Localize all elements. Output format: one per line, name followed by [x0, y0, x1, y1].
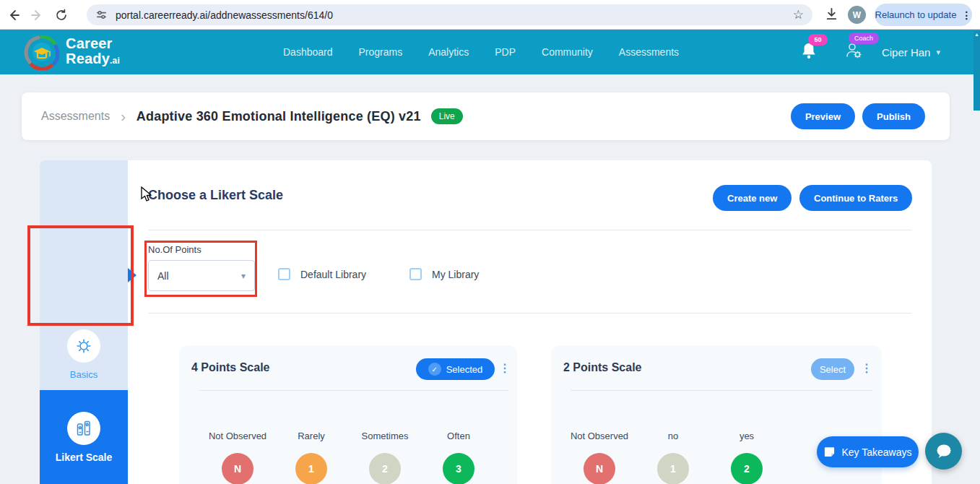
option-dot: N [222, 453, 253, 484]
notifications-button[interactable]: 50 [801, 42, 817, 62]
browser-menu-icon[interactable]: ⋮ [961, 9, 971, 21]
chat-button[interactable] [925, 433, 962, 470]
likert-scale-icon [67, 412, 100, 445]
my-library-checkbox[interactable]: My Library [409, 268, 479, 280]
notification-count-badge: 50 [808, 34, 828, 46]
scale-options: Not Observed N no 1 yes 2 [563, 431, 784, 484]
divider [571, 390, 873, 391]
scale-option: Not Observed N [201, 431, 274, 484]
breadcrumb-chevron-icon: › [121, 108, 126, 125]
assessment-steps-sidebar: Basics Likert Scale Raters [40, 160, 128, 484]
note-icon [823, 446, 836, 458]
select-button[interactable]: Select [811, 358, 854, 380]
create-new-button[interactable]: Create new [713, 185, 792, 211]
option-dot: 2 [369, 453, 401, 484]
careerready-logo[interactable]: Career Ready.ai [24, 34, 120, 70]
user-name: Ciper Han [882, 46, 931, 59]
breadcrumb-assessments[interactable]: Assessments [41, 110, 110, 123]
chat-bubble-icon [934, 441, 954, 462]
checkbox-box[interactable] [409, 268, 422, 280]
preview-button[interactable]: Preview [791, 103, 855, 129]
sidebar-label-likert-scale: Likert Scale [56, 451, 113, 463]
publish-button[interactable]: Publish [862, 103, 925, 129]
scale-option: yes 2 [710, 431, 784, 484]
divider [199, 390, 508, 391]
scale-option: no 1 [636, 431, 710, 484]
my-library-label: My Library [432, 269, 479, 280]
selected-item-arrow [128, 268, 136, 282]
key-takeaways-label: Key Takeaways [841, 446, 911, 458]
chevron-down-icon: ▾ [936, 48, 940, 57]
url-bar[interactable]: portal.careerready.ai/addnewassessments/… [87, 4, 812, 25]
assessment-header-bar: Assessments › Adaptive 360 Emotional Int… [22, 92, 950, 140]
brand-text: Career Ready.ai [66, 36, 120, 69]
coach-badge: Coach [849, 33, 879, 44]
option-dot: 1 [295, 453, 327, 484]
nav-pdp[interactable]: PDP [495, 46, 516, 58]
points-dropdown[interactable]: All ▾ [148, 260, 255, 291]
points-dropdown-value: All [157, 270, 241, 282]
bookmark-star-icon[interactable]: ☆ [793, 9, 804, 21]
browser-profile-avatar[interactable]: W [848, 6, 866, 24]
scale-option: Sometimes 2 [348, 431, 422, 484]
checkbox-box[interactable] [278, 268, 290, 280]
card-title: 2 Points Scale [563, 361, 642, 374]
main-nav: Dashboard Programs Analytics PDP Communi… [283, 30, 679, 74]
coach-mode-button[interactable]: Coach [844, 41, 863, 63]
selected-button[interactable]: ✓ Selected [416, 358, 495, 380]
scale-card-4-points: 4 Points Scale ✓ Selected ⋮ Not Observed… [179, 345, 517, 484]
assessment-title: Adaptive 360 Emotional Intelligence (EQ)… [136, 109, 421, 124]
select-label: Select [820, 364, 846, 375]
basics-icon [67, 329, 100, 363]
url-text: portal.careerready.ai/addnewassessments/… [116, 9, 793, 21]
nav-community[interactable]: Community [542, 46, 593, 58]
divider [148, 313, 911, 314]
sidebar-item-basics[interactable]: Basics [40, 329, 128, 380]
nav-analytics[interactable]: Analytics [428, 46, 469, 58]
card-menu-icon[interactable]: ⋮ [861, 361, 872, 375]
page-title: Choose a Likert Scale [148, 188, 283, 203]
site-settings-icon[interactable] [95, 9, 108, 21]
divider [148, 230, 911, 230]
sidebar-label-basics: Basics [70, 369, 97, 380]
browser-forward-icon[interactable] [27, 6, 46, 25]
page-scrollbar-thumb[interactable] [974, 31, 980, 111]
careerready-logo-icon [24, 34, 60, 70]
scale-option: Not Observed N [563, 431, 636, 484]
scale-option: Often 3 [422, 431, 495, 484]
dropdown-caret-icon: ▾ [241, 271, 246, 281]
option-dot: 3 [443, 453, 474, 484]
nav-dashboard[interactable]: Dashboard [283, 46, 333, 58]
nav-programs[interactable]: Programs [359, 46, 403, 58]
card-menu-icon[interactable]: ⋮ [499, 361, 511, 375]
browser-back-icon[interactable] [4, 6, 23, 25]
key-takeaways-button[interactable]: Key Takeaways [817, 436, 919, 467]
scale-option: Rarely 1 [274, 431, 348, 484]
likert-scale-panel: Choose a Likert Scale Create new Continu… [128, 160, 932, 484]
default-library-checkbox[interactable]: Default Library [278, 268, 366, 280]
selected-label: Selected [446, 364, 483, 375]
browser-reload-icon[interactable] [52, 6, 71, 25]
download-icon[interactable] [824, 7, 839, 25]
option-dot: N [584, 453, 615, 484]
option-dot: 1 [657, 453, 689, 484]
relaunch-label: Relaunch to update [875, 9, 957, 20]
scale-options: Not Observed N Rarely 1 Sometimes 2 Ofte… [201, 431, 495, 484]
check-icon: ✓ [428, 363, 441, 376]
scrollbar-up-arrow-icon: ▲ [974, 32, 979, 37]
nav-assessments[interactable]: Assessments [619, 46, 679, 58]
browser-toolbar: portal.careerready.ai/addnewassessments/… [0, 0, 980, 30]
points-filter-label: No.Of Points [148, 244, 201, 255]
default-library-label: Default Library [300, 269, 366, 280]
sidebar-item-likert-scale[interactable]: Likert Scale [40, 390, 128, 484]
option-dot: 2 [731, 453, 763, 484]
app-header: Career Ready.ai Dashboard Programs Analy… [0, 30, 980, 74]
user-menu[interactable]: Ciper Han ▾ [882, 46, 940, 59]
continue-to-raters-button[interactable]: Continue to Raters [799, 185, 912, 211]
card-title: 4 Points Scale [191, 361, 270, 374]
relaunch-to-update-button[interactable]: Relaunch to update ⋮ [875, 4, 972, 26]
live-status-badge: Live [431, 108, 463, 124]
